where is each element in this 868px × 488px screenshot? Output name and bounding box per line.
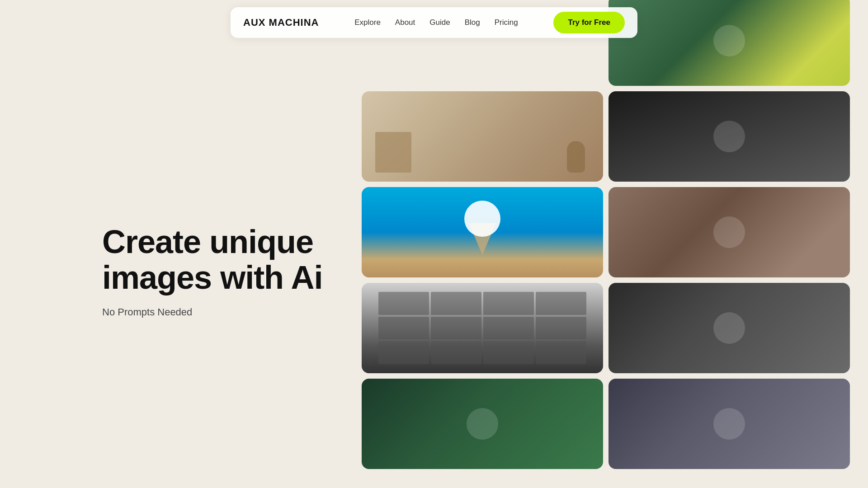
nav-about[interactable]: About bbox=[395, 18, 415, 27]
navbar: AUX MACHINA Explore About Guide Blog Pri… bbox=[0, 0, 868, 45]
image-portrait1 bbox=[609, 91, 850, 182]
image-portrait3 bbox=[362, 379, 603, 469]
image-bridge bbox=[362, 283, 603, 373]
image-icecream bbox=[362, 187, 603, 277]
nav-pricing[interactable]: Pricing bbox=[495, 18, 518, 27]
try-for-free-button[interactable]: Try for Free bbox=[553, 12, 625, 33]
image-oldman bbox=[609, 187, 850, 277]
hero-title: Create unique images with Ai bbox=[102, 224, 335, 296]
nav-links: Explore About Guide Blog Pricing bbox=[354, 18, 518, 27]
nav-guide[interactable]: Guide bbox=[429, 18, 450, 27]
image-group bbox=[609, 379, 850, 469]
hero-left: Create unique images with Ai No Prompts … bbox=[0, 0, 335, 488]
nav-container: AUX MACHINA Explore About Guide Blog Pri… bbox=[231, 7, 637, 38]
site-logo: AUX MACHINA bbox=[243, 17, 319, 28]
hero-subtitle: No Prompts Needed bbox=[102, 306, 335, 318]
image-portrait2 bbox=[609, 283, 850, 373]
nav-explore[interactable]: Explore bbox=[354, 18, 381, 27]
image-room bbox=[362, 91, 603, 182]
hero-section: Create unique images with Ai No Prompts … bbox=[0, 0, 868, 488]
image-grid bbox=[335, 0, 868, 488]
nav-blog[interactable]: Blog bbox=[465, 18, 480, 27]
